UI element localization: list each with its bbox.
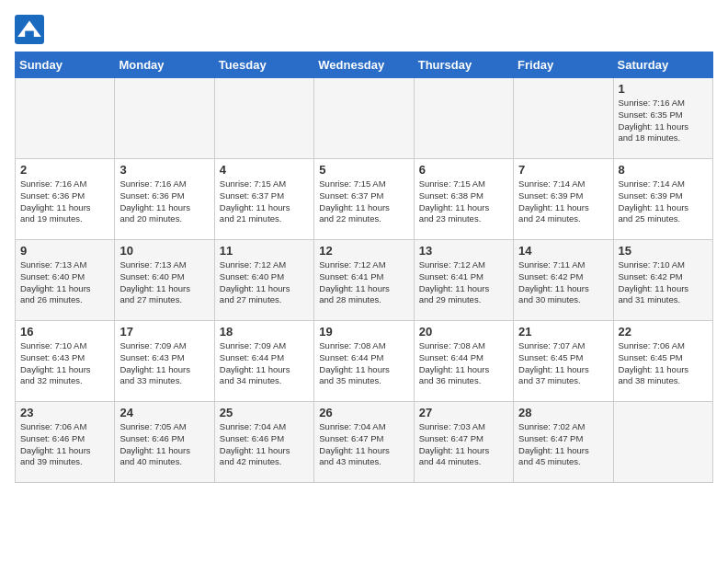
day-info: Sunrise: 7:11 AM Sunset: 6:42 PM Dayligh… xyxy=(518,259,608,306)
day-info: Sunrise: 7:10 AM Sunset: 6:43 PM Dayligh… xyxy=(20,340,109,387)
day-info: Sunrise: 7:16 AM Sunset: 6:36 PM Dayligh… xyxy=(20,178,109,225)
header-day-thursday: Thursday xyxy=(414,52,513,78)
calendar-body: 1Sunrise: 7:16 AM Sunset: 6:35 PM Daylig… xyxy=(16,78,713,483)
day-number: 2 xyxy=(20,163,109,177)
calendar-cell: 2Sunrise: 7:16 AM Sunset: 6:36 PM Daylig… xyxy=(16,159,115,240)
day-number: 28 xyxy=(518,406,608,419)
calendar-cell: 12Sunrise: 7:12 AM Sunset: 6:41 PM Dayli… xyxy=(314,240,414,321)
header-day-monday: Monday xyxy=(115,52,214,78)
header-day-sunday: Sunday xyxy=(16,52,115,78)
week-row-5: 23Sunrise: 7:06 AM Sunset: 6:46 PM Dayli… xyxy=(16,402,713,483)
svg-rect-2 xyxy=(25,31,34,37)
day-number: 1 xyxy=(619,82,708,96)
calendar-cell: 16Sunrise: 7:10 AM Sunset: 6:43 PM Dayli… xyxy=(16,321,115,402)
calendar-cell: 28Sunrise: 7:02 AM Sunset: 6:47 PM Dayli… xyxy=(514,402,613,483)
calendar-cell: 22Sunrise: 7:06 AM Sunset: 6:45 PM Dayli… xyxy=(613,321,712,402)
day-number: 10 xyxy=(119,244,209,258)
day-number: 15 xyxy=(619,244,708,258)
calendar-cell: 26Sunrise: 7:04 AM Sunset: 6:47 PM Dayli… xyxy=(314,402,414,483)
calendar-cell: 14Sunrise: 7:11 AM Sunset: 6:42 PM Dayli… xyxy=(514,240,613,321)
logo xyxy=(15,15,48,44)
calendar-cell: 9Sunrise: 7:13 AM Sunset: 6:40 PM Daylig… xyxy=(16,240,115,321)
calendar-cell: 17Sunrise: 7:09 AM Sunset: 6:43 PM Dayli… xyxy=(115,321,214,402)
day-info: Sunrise: 7:04 AM Sunset: 6:47 PM Dayligh… xyxy=(319,421,408,468)
day-info: Sunrise: 7:15 AM Sunset: 6:37 PM Dayligh… xyxy=(319,178,408,225)
calendar-cell: 13Sunrise: 7:12 AM Sunset: 6:41 PM Dayli… xyxy=(414,240,513,321)
day-info: Sunrise: 7:12 AM Sunset: 6:40 PM Dayligh… xyxy=(220,259,309,306)
day-info: Sunrise: 7:09 AM Sunset: 6:43 PM Dayligh… xyxy=(119,340,209,387)
header-day-tuesday: Tuesday xyxy=(214,52,313,78)
calendar-cell xyxy=(314,78,414,159)
day-number: 21 xyxy=(518,325,608,339)
day-number: 6 xyxy=(419,163,508,177)
calendar-cell: 8Sunrise: 7:14 AM Sunset: 6:39 PM Daylig… xyxy=(613,159,712,240)
day-info: Sunrise: 7:07 AM Sunset: 6:45 PM Dayligh… xyxy=(518,340,608,387)
week-row-1: 1Sunrise: 7:16 AM Sunset: 6:35 PM Daylig… xyxy=(16,78,713,159)
day-info: Sunrise: 7:16 AM Sunset: 6:35 PM Dayligh… xyxy=(619,98,708,144)
calendar-cell: 5Sunrise: 7:15 AM Sunset: 6:37 PM Daylig… xyxy=(314,159,414,240)
day-info: Sunrise: 7:09 AM Sunset: 6:44 PM Dayligh… xyxy=(220,340,309,387)
week-row-2: 2Sunrise: 7:16 AM Sunset: 6:36 PM Daylig… xyxy=(16,159,713,240)
header-row: SundayMondayTuesdayWednesdayThursdayFrid… xyxy=(16,52,713,78)
calendar-cell: 19Sunrise: 7:08 AM Sunset: 6:44 PM Dayli… xyxy=(314,321,414,402)
day-number: 5 xyxy=(319,163,408,177)
day-info: Sunrise: 7:05 AM Sunset: 6:46 PM Dayligh… xyxy=(119,421,209,468)
logo-icon xyxy=(15,15,44,44)
calendar-cell xyxy=(214,78,313,159)
day-number: 18 xyxy=(220,325,309,339)
day-number: 20 xyxy=(419,325,508,339)
header-day-saturday: Saturday xyxy=(613,52,712,78)
day-number: 9 xyxy=(20,244,109,258)
calendar-cell: 7Sunrise: 7:14 AM Sunset: 6:39 PM Daylig… xyxy=(514,159,613,240)
day-number: 8 xyxy=(619,163,708,177)
day-info: Sunrise: 7:15 AM Sunset: 6:38 PM Dayligh… xyxy=(419,178,508,225)
calendar-cell: 15Sunrise: 7:10 AM Sunset: 6:42 PM Dayli… xyxy=(613,240,712,321)
day-number: 22 xyxy=(619,325,708,339)
day-info: Sunrise: 7:06 AM Sunset: 6:46 PM Dayligh… xyxy=(20,421,109,468)
day-info: Sunrise: 7:14 AM Sunset: 6:39 PM Dayligh… xyxy=(518,178,608,225)
calendar-cell xyxy=(16,78,115,159)
calendar-cell: 27Sunrise: 7:03 AM Sunset: 6:47 PM Dayli… xyxy=(414,402,513,483)
day-number: 17 xyxy=(119,325,209,339)
calendar-cell: 10Sunrise: 7:13 AM Sunset: 6:40 PM Dayli… xyxy=(115,240,214,321)
day-number: 19 xyxy=(319,325,408,339)
day-info: Sunrise: 7:03 AM Sunset: 6:47 PM Dayligh… xyxy=(419,421,508,468)
calendar-cell: 24Sunrise: 7:05 AM Sunset: 6:46 PM Dayli… xyxy=(115,402,214,483)
day-info: Sunrise: 7:06 AM Sunset: 6:45 PM Dayligh… xyxy=(619,340,708,387)
day-info: Sunrise: 7:13 AM Sunset: 6:40 PM Dayligh… xyxy=(119,259,209,306)
calendar-cell: 25Sunrise: 7:04 AM Sunset: 6:46 PM Dayli… xyxy=(214,402,313,483)
week-row-3: 9Sunrise: 7:13 AM Sunset: 6:40 PM Daylig… xyxy=(16,240,713,321)
header-day-friday: Friday xyxy=(514,52,613,78)
calendar-cell: 3Sunrise: 7:16 AM Sunset: 6:36 PM Daylig… xyxy=(115,159,214,240)
day-number: 13 xyxy=(419,244,508,258)
calendar-cell: 23Sunrise: 7:06 AM Sunset: 6:46 PM Dayli… xyxy=(16,402,115,483)
calendar-table: SundayMondayTuesdayWednesdayThursdayFrid… xyxy=(15,52,713,483)
day-number: 12 xyxy=(319,244,408,258)
day-number: 23 xyxy=(20,406,109,419)
day-info: Sunrise: 7:15 AM Sunset: 6:37 PM Dayligh… xyxy=(220,178,309,225)
day-info: Sunrise: 7:13 AM Sunset: 6:40 PM Dayligh… xyxy=(20,259,109,306)
calendar-cell: 11Sunrise: 7:12 AM Sunset: 6:40 PM Dayli… xyxy=(214,240,313,321)
calendar-cell xyxy=(613,402,712,483)
calendar-cell: 1Sunrise: 7:16 AM Sunset: 6:35 PM Daylig… xyxy=(613,78,712,159)
day-number: 11 xyxy=(220,244,309,258)
day-info: Sunrise: 7:12 AM Sunset: 6:41 PM Dayligh… xyxy=(319,259,408,306)
day-info: Sunrise: 7:08 AM Sunset: 6:44 PM Dayligh… xyxy=(319,340,408,387)
calendar-cell: 6Sunrise: 7:15 AM Sunset: 6:38 PM Daylig… xyxy=(414,159,513,240)
day-info: Sunrise: 7:02 AM Sunset: 6:47 PM Dayligh… xyxy=(518,421,608,468)
calendar-cell: 20Sunrise: 7:08 AM Sunset: 6:44 PM Dayli… xyxy=(414,321,513,402)
week-row-4: 16Sunrise: 7:10 AM Sunset: 6:43 PM Dayli… xyxy=(16,321,713,402)
day-number: 25 xyxy=(220,406,309,419)
day-info: Sunrise: 7:10 AM Sunset: 6:42 PM Dayligh… xyxy=(619,259,708,306)
day-number: 16 xyxy=(20,325,109,339)
calendar-cell: 4Sunrise: 7:15 AM Sunset: 6:37 PM Daylig… xyxy=(214,159,313,240)
calendar-cell xyxy=(115,78,214,159)
calendar-cell xyxy=(414,78,513,159)
header-day-wednesday: Wednesday xyxy=(314,52,414,78)
day-number: 26 xyxy=(319,406,408,419)
page-header xyxy=(15,15,713,44)
calendar-header: SundayMondayTuesdayWednesdayThursdayFrid… xyxy=(16,52,713,78)
calendar-cell: 18Sunrise: 7:09 AM Sunset: 6:44 PM Dayli… xyxy=(214,321,313,402)
day-number: 14 xyxy=(518,244,608,258)
day-number: 27 xyxy=(419,406,508,419)
